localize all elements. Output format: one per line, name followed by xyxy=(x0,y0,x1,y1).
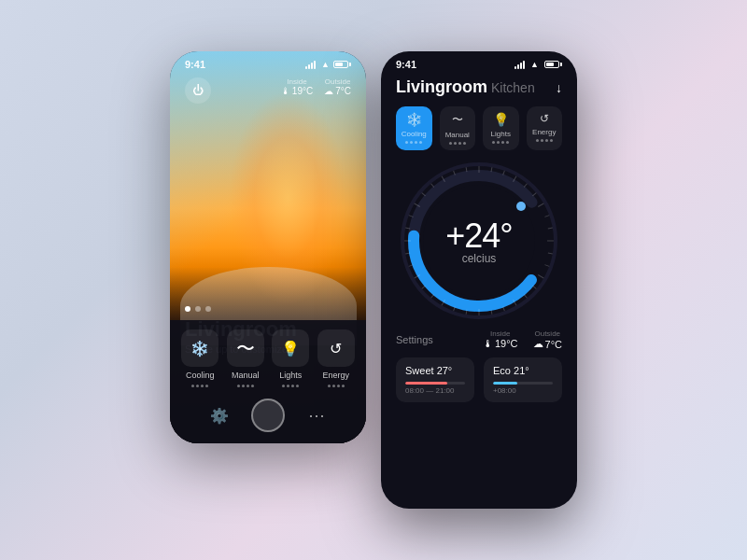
manual-tab-dots xyxy=(449,142,466,145)
right-phone: 9:41 ▲ Livingroom Kitchen ↓ xyxy=(381,51,577,509)
lights-tab-icon: 💡 xyxy=(493,112,509,127)
temperature-value: +24° xyxy=(445,217,512,256)
battery-icon xyxy=(333,61,351,68)
thermostat-center: +24° celcius xyxy=(445,217,512,265)
weather-group: Inside 🌡 19°C Outside ☁ 7°C xyxy=(483,329,562,350)
preset-eco[interactable]: Eco 21° +08:00 xyxy=(484,357,562,402)
home-nav-button[interactable] xyxy=(251,399,285,432)
tab-energy[interactable]: ↺ Energy xyxy=(527,106,563,150)
manual-button[interactable]: 〜 Manual xyxy=(223,329,269,387)
right-inside-temp: Inside 🌡 19°C xyxy=(483,329,518,350)
room-main-title: Livingroom xyxy=(396,77,487,97)
bottom-controls: ❄️ Cooling 〜 Manual xyxy=(170,320,366,443)
svg-line-11 xyxy=(538,203,543,207)
right-outside-temp: Outside ☁ 7°C xyxy=(533,329,562,350)
left-status-bar: 9:41 ▲ xyxy=(185,59,351,70)
top-controls: ⏻ Inside 🌡 19°C Outside ☁ 7°C xyxy=(185,77,351,104)
manual-icon-wrap: 〜 xyxy=(227,329,264,367)
settings-label[interactable]: Settings xyxy=(396,334,433,345)
svg-line-18 xyxy=(532,286,536,288)
thermostat-ring[interactable]: /* ticks generated below */ xyxy=(400,161,558,320)
tab-cooling[interactable]: ❄️ Cooling xyxy=(396,106,432,150)
room-header: Livingroom Kitchen ↓ xyxy=(381,74,577,106)
cooling-button[interactable]: ❄️ Cooling xyxy=(177,329,223,387)
svg-line-9 xyxy=(524,184,527,188)
energy-button[interactable]: ↺ Energy xyxy=(314,329,359,387)
right-status-bar: 9:41 ▲ xyxy=(381,51,577,74)
settings-nav-icon[interactable]: ⚙️ xyxy=(205,401,233,429)
outside-temp: Outside ☁ 7°C xyxy=(324,77,351,104)
right-time: 9:41 xyxy=(396,59,416,70)
signal-icon xyxy=(305,61,316,69)
preset-sweet[interactable]: Sweet 27° 08:00 — 21:00 xyxy=(396,357,474,402)
manual-tab-label: Manual xyxy=(445,131,470,139)
svg-line-28 xyxy=(422,286,426,288)
thermostat-section: /* ticks generated below */ xyxy=(381,161,577,320)
preset-sweet-name: Sweet 27° xyxy=(405,365,465,376)
right-status-icons: ▲ xyxy=(514,60,562,69)
energy-label: Energy xyxy=(322,371,349,380)
lights-tab-label: Lights xyxy=(491,130,511,138)
thermometer-icon: 🌡 xyxy=(483,338,493,349)
svg-point-4 xyxy=(516,202,526,211)
left-status-icons: ▲ xyxy=(305,60,351,69)
nav-bar: ⚙️ ⋯ xyxy=(177,395,359,436)
temp-presets: Sweet 27° 08:00 — 21:00 Eco 21° +08:00 xyxy=(381,357,577,410)
dot-1 xyxy=(185,306,190,312)
cooling-tab-dots xyxy=(405,141,422,144)
cooling-dots xyxy=(191,385,208,387)
left-time: 9:41 xyxy=(185,59,205,70)
preset-sweet-range: 08:00 — 21:00 xyxy=(405,386,465,395)
preset-eco-bar xyxy=(493,382,553,385)
svg-line-10 xyxy=(532,193,536,196)
inside-temp: Inside 🌡 19°C xyxy=(281,77,313,104)
preset-sweet-bar xyxy=(405,382,465,385)
room-name-group: Livingroom Kitchen xyxy=(396,77,535,97)
lights-dots xyxy=(282,385,299,387)
right-tabs: ❄️ Cooling 〜 Manual xyxy=(381,106,577,161)
bottom-info: Settings Inside 🌡 19°C Outside ☁ 7°C xyxy=(381,320,577,357)
power-button[interactable]: ⏻ xyxy=(185,77,211,104)
energy-icon-wrap: ↺ xyxy=(317,329,355,367)
cloud-icon: ☁ xyxy=(533,338,543,350)
right-battery-icon xyxy=(544,61,562,68)
control-buttons: ❄️ Cooling 〜 Manual xyxy=(177,329,359,387)
preset-eco-name: Eco 21° xyxy=(493,365,553,376)
page-dots xyxy=(185,306,351,312)
right-wifi-icon: ▲ xyxy=(530,60,539,69)
temperature-info: Inside 🌡 19°C Outside ☁ 7°C xyxy=(281,77,351,104)
cooling-label: Cooling xyxy=(186,371,215,380)
energy-tab-icon: ↺ xyxy=(540,112,549,125)
svg-line-13 xyxy=(548,228,553,229)
preset-eco-range: +08:00 xyxy=(493,386,553,395)
svg-line-27 xyxy=(431,294,434,298)
share-nav-icon[interactable]: ⋯ xyxy=(303,401,331,429)
tab-lights[interactable]: 💡 Lights xyxy=(483,106,519,150)
dot-3 xyxy=(205,306,211,312)
svg-line-17 xyxy=(538,275,543,279)
cooling-tab-label: Cooling xyxy=(402,130,427,138)
tab-manual[interactable]: 〜 Manual xyxy=(440,106,476,150)
wifi-icon: ▲ xyxy=(321,60,330,69)
energy-tab-dots xyxy=(536,139,553,142)
lights-button[interactable]: 💡 Lights xyxy=(268,329,314,387)
svg-line-15 xyxy=(548,253,553,254)
svg-line-37 xyxy=(431,184,434,188)
manual-tab-icon: 〜 xyxy=(452,112,463,128)
energy-dots xyxy=(328,385,345,387)
manual-dots xyxy=(237,385,254,387)
cooling-icon-wrap: ❄️ xyxy=(181,329,218,367)
left-phone: 9:41 ▲ ⏻ Inside xyxy=(170,51,366,443)
svg-line-12 xyxy=(544,216,549,217)
energy-tab-label: Energy xyxy=(532,128,556,136)
dot-2 xyxy=(195,306,201,312)
dropdown-arrow-icon[interactable]: ↓ xyxy=(556,80,562,95)
lights-icon-wrap: 💡 xyxy=(272,329,309,367)
manual-label: Manual xyxy=(232,371,260,380)
room-sub-title: Kitchen xyxy=(491,80,535,95)
lights-label: Lights xyxy=(279,371,302,380)
svg-line-36 xyxy=(422,193,426,196)
cooling-tab-icon: ❄️ xyxy=(406,112,422,127)
right-signal-icon xyxy=(514,61,525,69)
svg-line-16 xyxy=(544,265,549,267)
